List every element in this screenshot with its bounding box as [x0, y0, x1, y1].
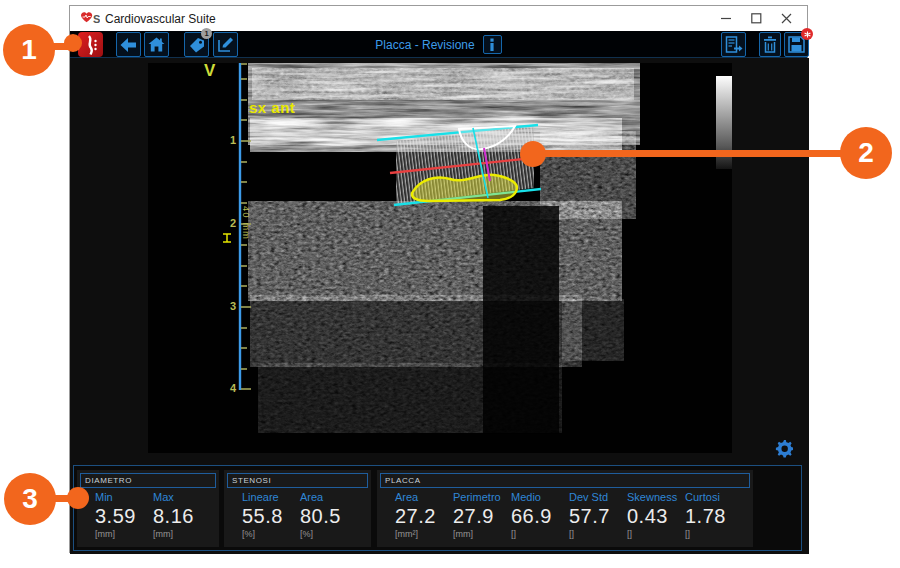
far-plaque-outline: [412, 175, 517, 201]
main-content: V sx ant 40 mm 1 2 3 4 DIAMETROMin3.59[m…: [70, 58, 809, 554]
measure-value: 66.9: [511, 505, 569, 528]
settings-button[interactable]: [775, 440, 793, 458]
measure-label: Area: [300, 491, 358, 503]
measure-lineare: Lineare55.8[%]: [242, 491, 300, 539]
ruler-tick-label: 2: [222, 217, 236, 229]
plaque-measurement-overlay: [377, 125, 541, 205]
export-icon: [725, 36, 743, 53]
measure-label: Skewness: [627, 491, 685, 503]
back-arrow-icon: [120, 38, 137, 52]
measure-label: Medio: [511, 491, 569, 503]
minimize-button[interactable]: [711, 6, 741, 31]
measure-unit: []: [685, 529, 743, 539]
ruler-tick-label: 3: [222, 300, 236, 312]
orientation-marker: V: [204, 61, 215, 81]
maximize-button[interactable]: [741, 6, 771, 31]
measure-curtosi: Curtosi1.78[]: [685, 491, 743, 539]
tag-count-badge: 1: [201, 28, 212, 39]
measure-dev-std: Dev Std57.7[]: [569, 491, 627, 539]
measure-unit: []: [511, 529, 569, 539]
view-title: Placca - Revisione: [375, 38, 474, 52]
edit-pencil-icon: [217, 36, 234, 53]
ruler-tick-label: 4: [222, 382, 236, 394]
callout-1-dot: [64, 34, 82, 52]
panel-title: PLACCA: [380, 473, 750, 488]
measure-value: 27.2: [395, 505, 453, 528]
measure-max: Max8.16[mm]: [153, 491, 211, 539]
app-window: S Cardiovascular Suite: [69, 5, 808, 553]
measure-unit: [mm]: [95, 529, 153, 539]
measure-min: Min3.59[mm]: [95, 491, 153, 539]
measure-value: 3.59: [95, 505, 153, 528]
app-logo-icon: S: [78, 11, 100, 26]
measure-unit: []: [569, 529, 627, 539]
info-button[interactable]: [483, 35, 502, 54]
panel-stenosi: STENOSILineare55.8[%]Area80.5[%]: [224, 470, 371, 547]
home-button[interactable]: [144, 32, 169, 57]
measure-medio: Medio66.9[]: [511, 491, 569, 539]
save-alert-badge: [801, 28, 813, 40]
save-button[interactable]: [784, 32, 809, 57]
callout-2-dot: [520, 141, 546, 167]
measure-label: Curtosi: [685, 491, 743, 503]
trash-icon: [763, 36, 777, 53]
measure-label: Area: [395, 491, 453, 503]
measure-unit: [mm²]: [395, 529, 453, 539]
gear-icon: [775, 440, 793, 458]
callout-2-line: [540, 150, 845, 157]
measure-unit: [%]: [300, 529, 358, 539]
measure-value: 8.16: [153, 505, 211, 528]
panel-diametro: DIAMETROMin3.59[mm]Max8.16[mm]: [77, 470, 219, 547]
tag-button[interactable]: 1: [184, 32, 209, 57]
measure-value: 80.5: [300, 505, 358, 528]
delete-button[interactable]: [759, 32, 781, 57]
measure-label: Perimetro: [453, 491, 511, 503]
measurements-strip: DIAMETROMin3.59[mm]Max8.16[mm] STENOSILi…: [73, 465, 802, 551]
measure-value: 27.9: [453, 505, 511, 528]
asterisk-icon: [804, 31, 811, 38]
measure-perimetro: Perimetro27.9[mm]: [453, 491, 511, 539]
measure-value: 55.8: [242, 505, 300, 528]
measure-skewness: Skewness0.43[]: [627, 491, 685, 539]
panel-placca: PLACCAArea27.2[mm²]Perimetro27.9[mm]Medi…: [377, 470, 753, 547]
titlebar: S Cardiovascular Suite: [70, 6, 807, 31]
measure-value: 1.78: [685, 505, 743, 528]
export-button[interactable]: [721, 32, 746, 57]
measure-unit: [%]: [242, 529, 300, 539]
panel-title: STENOSI: [227, 473, 368, 488]
measure-area: Area27.2[mm²]: [395, 491, 453, 539]
panel-title: DIAMETRO: [80, 473, 216, 488]
callout-2: 2: [840, 127, 892, 179]
measure-unit: [mm]: [153, 529, 211, 539]
callout-1: 1: [3, 24, 55, 76]
toolbar: 1 Placca - Revisione: [70, 31, 807, 58]
edit-button[interactable]: [213, 32, 238, 57]
focus-marker: [223, 234, 231, 242]
callout-3: 3: [4, 473, 56, 525]
measure-label: Max: [153, 491, 211, 503]
measure-unit: []: [627, 529, 685, 539]
measure-unit: [mm]: [453, 529, 511, 539]
home-icon: [148, 37, 165, 52]
back-button[interactable]: [116, 32, 141, 57]
window-title: Cardiovascular Suite: [105, 12, 216, 26]
measure-value: 57.7: [569, 505, 627, 528]
measure-label: Dev Std: [569, 491, 627, 503]
ultrasound-image[interactable]: V sx ant 40 mm 1 2 3 4: [148, 63, 732, 453]
measure-area: Area80.5[%]: [300, 491, 358, 539]
callout-3-dot: [67, 487, 89, 509]
depth-label: 40 mm: [241, 206, 252, 240]
measure-value: 0.43: [627, 505, 685, 528]
info-icon: [489, 38, 495, 51]
close-button[interactable]: [771, 6, 801, 31]
svg-text:S: S: [93, 13, 100, 25]
measure-label: Lineare: [242, 491, 300, 503]
ruler-tick-label: 1: [222, 134, 236, 146]
measure-label: Min: [95, 491, 153, 503]
scan-annotation: sx ant: [249, 99, 295, 116]
